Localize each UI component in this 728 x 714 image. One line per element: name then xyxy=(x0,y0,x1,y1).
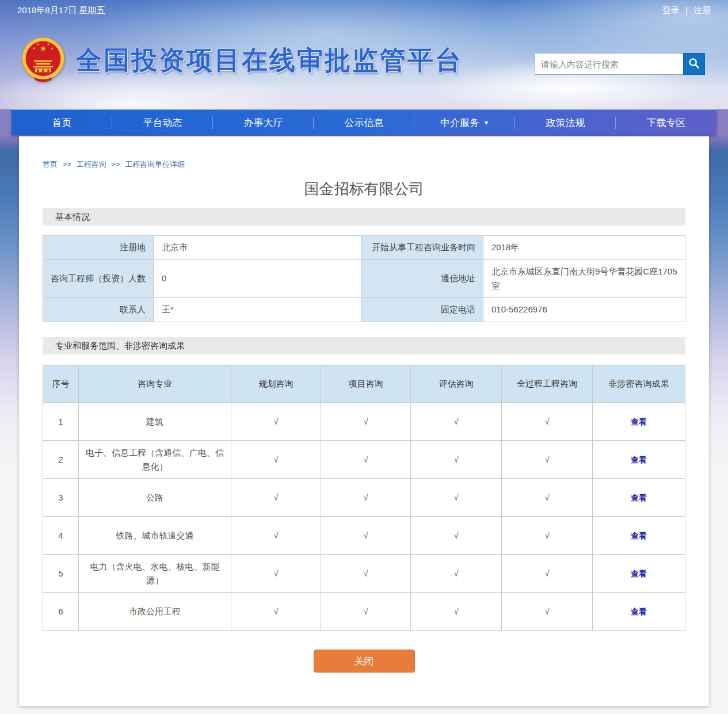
svg-text:★: ★ xyxy=(36,42,40,46)
cell-specialty: 建筑 xyxy=(79,403,231,441)
cell-specialty: 市政公用工程 xyxy=(79,593,231,631)
view-link[interactable]: 查看 xyxy=(631,569,647,578)
checkmark: √ xyxy=(321,593,411,631)
checkmark: √ xyxy=(321,479,411,517)
nav-item-public-info[interactable]: 公示信息 xyxy=(314,110,414,135)
view-link[interactable]: 查看 xyxy=(631,531,647,540)
checkmark: √ xyxy=(411,555,502,593)
site-header: 2018年8月17日 星期五 登录 | 注册 ★ ★ ★ ★ ★ xyxy=(0,0,728,109)
svg-text:★: ★ xyxy=(47,42,50,46)
svg-text:★: ★ xyxy=(32,46,36,50)
cell-specialty: 公路 xyxy=(79,479,231,517)
nav-item-downloads[interactable]: 下载专区 xyxy=(616,110,716,135)
login-link[interactable]: 登录 xyxy=(662,5,680,15)
checkmark: √ xyxy=(231,403,321,441)
svg-text:★: ★ xyxy=(51,46,54,50)
nav-item-intermediary-services[interactable]: 中介服务 ▼ xyxy=(414,110,515,135)
checkmark: √ xyxy=(502,479,593,517)
field-label-registered-place: 注册地 xyxy=(43,236,154,260)
nav-item-label: 政策法规 xyxy=(546,116,585,129)
checkmark: √ xyxy=(411,403,502,441)
national-emblem-icon: ★ ★ ★ ★ ★ xyxy=(20,36,67,85)
checkmark: √ xyxy=(411,441,502,479)
column-header-specialty: 咨询专业 xyxy=(79,366,231,403)
search-icon xyxy=(688,57,700,71)
field-label-contact-person: 联系人 xyxy=(43,298,154,322)
cell-serial: 3 xyxy=(43,479,79,517)
field-label-engineer-count: 咨询工程师（投资）人数 xyxy=(43,259,154,298)
close-button[interactable]: 关闭 xyxy=(314,650,415,673)
nav-item-policies[interactable]: 政策法规 xyxy=(515,110,616,135)
table-row: 1 建筑 √ √ √ √ 查看 xyxy=(43,403,685,441)
column-header-results: 非涉密咨询成果 xyxy=(593,366,685,403)
company-name-title: 国金招标有限公司 xyxy=(43,179,685,199)
basic-info-table: 注册地 北京市 开始从事工程咨询业务时间 2018年 咨询工程师（投资）人数 0… xyxy=(43,235,685,322)
column-header-whole-process: 全过程工程咨询 xyxy=(502,366,593,403)
table-row: 4 铁路、城市轨道交通 √ √ √ √ 查看 xyxy=(43,517,685,555)
field-value-landline-phone: 010-56226976 xyxy=(483,298,685,322)
date-text: 2018年8月17日 星期五 xyxy=(17,5,105,16)
checkmark: √ xyxy=(502,441,593,479)
table-row: 5 电力（含火电、水电、核电、新能源） √ √ √ √ 查看 xyxy=(43,555,685,593)
field-value-business-start-time: 2018年 xyxy=(483,236,685,260)
checkmark: √ xyxy=(502,555,593,593)
field-value-registered-place: 北京市 xyxy=(154,236,361,260)
nav-item-service-hall[interactable]: 办事大厅 xyxy=(213,110,314,135)
page: 2018年8月17日 星期五 登录 | 注册 ★ ★ ★ ★ ★ xyxy=(0,0,728,714)
checkmark: √ xyxy=(502,517,593,555)
cell-specialty: 铁路、城市轨道交通 xyxy=(79,517,231,555)
checkmark: √ xyxy=(502,403,593,441)
auth-links: 登录 | 注册 xyxy=(662,5,711,16)
checkmark: √ xyxy=(321,517,411,555)
column-header-planning: 规划咨询 xyxy=(231,366,321,403)
breadcrumb-separator: >> xyxy=(63,160,71,169)
table-row: 2 电子、信息工程（含通信、广电、信息化） √ √ √ √ 查看 xyxy=(43,441,685,479)
table-row: 咨询工程师（投资）人数 0 通信地址 北京市东城区东直门南大街9号华普花园C座1… xyxy=(43,259,685,298)
table-header-row: 序号 咨询专业 规划咨询 项目咨询 评估咨询 全过程工程咨询 非涉密咨询成果 xyxy=(43,366,685,403)
field-value-contact-person: 王* xyxy=(154,298,361,322)
field-label-business-start-time: 开始从事工程咨询业务时间 xyxy=(361,236,483,260)
breadcrumb-home[interactable]: 首页 xyxy=(43,160,58,169)
nav-item-label: 平台动态 xyxy=(143,116,182,129)
breadcrumb-engineering-consulting[interactable]: 工程咨询 xyxy=(76,160,106,169)
cell-serial: 2 xyxy=(43,441,79,479)
site-title: 全国投资项目在线审批监管平台 xyxy=(76,43,463,78)
search-box xyxy=(535,53,705,75)
view-link[interactable]: 查看 xyxy=(631,493,647,502)
cell-serial: 6 xyxy=(43,593,79,631)
checkmark: √ xyxy=(231,593,321,631)
field-value-mailing-address: 北京市东城区东直门南大街9号华普花园C座1705室 xyxy=(483,259,685,298)
search-button[interactable] xyxy=(683,53,705,75)
nav-item-home[interactable]: 首页 xyxy=(12,110,112,135)
cell-specialty: 电子、信息工程（含通信、广电、信息化） xyxy=(79,441,231,479)
field-value-engineer-count: 0 xyxy=(154,259,361,298)
breadcrumb-current: 工程咨询单位详细 xyxy=(125,160,185,169)
cell-serial: 5 xyxy=(43,555,79,593)
checkmark: √ xyxy=(411,593,502,631)
view-link[interactable]: 查看 xyxy=(631,607,647,616)
button-row: 关闭 xyxy=(43,650,685,673)
cell-serial: 1 xyxy=(43,403,79,441)
search-input[interactable] xyxy=(535,53,683,75)
breadcrumb: 首页 >> 工程咨询 >> 工程咨询单位详细 xyxy=(43,136,685,170)
table-row: 6 市政公用工程 √ √ √ √ 查看 xyxy=(43,593,685,631)
specialties-table: 序号 咨询专业 规划咨询 项目咨询 评估咨询 全过程工程咨询 非涉密咨询成果 1… xyxy=(43,365,685,631)
table-row: 3 公路 √ √ √ √ 查看 xyxy=(43,479,685,517)
main-nav: 首页 平台动态 办事大厅 公示信息 中介服务 ▼ 政策法规 下载专区 xyxy=(12,109,716,135)
checkmark: √ xyxy=(502,593,593,631)
svg-text:★: ★ xyxy=(40,44,47,53)
view-link[interactable]: 查看 xyxy=(631,417,647,426)
checkmark: √ xyxy=(321,441,411,479)
view-link[interactable]: 查看 xyxy=(631,455,647,464)
top-bar: 2018年8月17日 星期五 登录 | 注册 xyxy=(0,0,728,16)
chevron-down-icon: ▼ xyxy=(483,120,489,126)
checkmark: √ xyxy=(321,403,411,441)
section-basic-info-header: 基本情况 xyxy=(43,208,685,226)
nav-item-platform-news[interactable]: 平台动态 xyxy=(112,110,213,135)
field-label-mailing-address: 通信地址 xyxy=(361,259,483,298)
checkmark: √ xyxy=(231,441,321,479)
register-link[interactable]: 注册 xyxy=(693,5,711,15)
checkmark: √ xyxy=(411,517,502,555)
cell-specialty: 电力（含火电、水电、核电、新能源） xyxy=(79,555,231,593)
site-brand: ★ ★ ★ ★ ★ 全国投资项目在线审批监管平台 xyxy=(20,36,463,85)
